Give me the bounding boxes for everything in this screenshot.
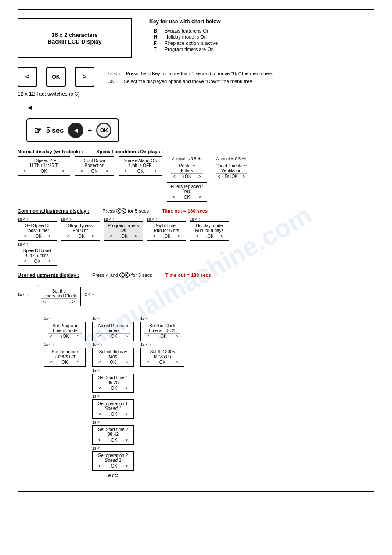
right-switch[interactable]: > bbox=[75, 67, 94, 87]
left-switch[interactable]: < bbox=[18, 67, 37, 87]
holiday-row2: Run for 8 days bbox=[194, 228, 225, 233]
ua-press: Press < and OK for 5 secs bbox=[92, 272, 152, 278]
timers-nav: < ↓OK > bbox=[108, 233, 139, 239]
speed3-box: Set Speed 3 Boost Timer < ↓OK > bbox=[18, 221, 57, 241]
key-table: B Bypass feature is On H Holiday mode is… bbox=[154, 28, 374, 52]
ua-header: User adjustments display : Press < and O… bbox=[18, 272, 374, 278]
key-letter-b: B bbox=[154, 28, 160, 33]
ua-main-nav: < ↑ ↓ > bbox=[41, 298, 77, 305]
ua-tree-diagram: 1s < ↑ ↓ Set the Timers and Clock < ↑ ↓ … bbox=[18, 282, 374, 478]
tact-switches-section: < OK > 1s < ↑ Press the < Key for more t… bbox=[18, 67, 374, 97]
set-program-nav: < ↓OK > bbox=[48, 333, 82, 339]
speed3-sub-row2: On 45 mins bbox=[22, 253, 53, 258]
display-headers: Normal display (with clock) : Special co… bbox=[18, 149, 374, 154]
main-nav: < OK > bbox=[22, 168, 66, 174]
clock-sub-nav: < OK > bbox=[144, 359, 180, 365]
start-time1-nav: < ↓OK > bbox=[96, 385, 130, 391]
ua-main-row2: Timers and Clock bbox=[41, 294, 77, 298]
back-button[interactable]: ◄ bbox=[68, 123, 83, 138]
ok-switch[interactable]: OK bbox=[46, 67, 66, 87]
start-time1-box: Set Start time 1 06:25 < ↓OK > bbox=[92, 374, 134, 393]
set-program-box: Set Program Timers mode < ↓OK > bbox=[44, 322, 86, 341]
start-time2-row1: Set Start time 2 bbox=[96, 427, 130, 432]
night-row1: Night timer bbox=[151, 223, 182, 228]
adjust-row2: Timers bbox=[96, 328, 130, 333]
list-item: F Fireplace option is active bbox=[154, 40, 374, 46]
set-mode-row1: Set the mode bbox=[48, 349, 82, 354]
speed3-nav: < ↓OK > bbox=[22, 233, 53, 239]
adj-item-holiday: 1s < ↑ Holiday mode Run for 8 days < ↓OK… bbox=[190, 217, 229, 241]
key-letter-f: F bbox=[154, 40, 160, 46]
smoke-alarm-box: Smoke Alarm ON Unit is OFF < OK > bbox=[119, 156, 162, 176]
cool-row1: Cool Down bbox=[79, 158, 110, 163]
start-time2-nav: < ↓OK > bbox=[96, 437, 130, 443]
select-day-box: Select the day Mon < OK > bbox=[92, 348, 134, 367]
adjust-nav: < ↓OK > bbox=[96, 333, 130, 339]
op1-row1: Set operation 1 bbox=[96, 401, 130, 406]
check-fireplace-box: Check Fireplace Ventilation < 5s↓OK > bbox=[212, 162, 251, 181]
branch-adjust-timers: 1s < Adjust Program Timers < ↓OK > 1s < … bbox=[92, 316, 134, 478]
user-adjustments-section: User adjustments display : Press < and O… bbox=[18, 272, 374, 478]
common-adj-press: Press OK for 5 secs bbox=[102, 208, 149, 214]
ua-timeout: Time out = 180 secs bbox=[165, 272, 211, 278]
filters-replaced-nav: < OK > bbox=[171, 194, 203, 200]
timers-row1: Program Timers bbox=[108, 223, 139, 228]
key-desc-f: Fireplace option is active bbox=[165, 40, 218, 46]
check-fireplace-group: Alternates 0.5 Hz Check Fireplace Ventil… bbox=[212, 156, 251, 181]
clock-sub-row1: Sat 6.2.2005 bbox=[144, 349, 180, 354]
op1-row2: Speed 1 bbox=[96, 406, 130, 411]
timers-row2: Off bbox=[108, 228, 139, 233]
holiday-row1: Holiday mode bbox=[194, 223, 225, 228]
fireplace-row1: Check Fireplace bbox=[216, 163, 247, 168]
replace-row2: Filters bbox=[171, 168, 203, 173]
clock-sub-box: Sat 6.2.2005 06:25:05 < OK > bbox=[140, 348, 184, 367]
smoke-alarm-content: Smoke Alarm ON Unit is OFF < OK > bbox=[119, 156, 162, 176]
smoke-row2: Unit is OFF bbox=[122, 163, 158, 168]
switches-row: < OK > bbox=[18, 67, 94, 87]
key-title: Key for use with chart below : bbox=[149, 18, 374, 25]
night-nav: < ↓OK > bbox=[151, 233, 182, 239]
list-item: B Bypass feature is On bbox=[154, 28, 374, 33]
common-adj-timeout: Time out = 180 secs bbox=[162, 208, 208, 214]
bypass-box: Stop Bypass For 0 hr < ↓OK > bbox=[61, 221, 100, 241]
night-row2: Run for 6 hrs bbox=[151, 228, 182, 233]
cool-down-content: Cool Down Protection < OK > bbox=[75, 156, 114, 176]
common-adjustments-section: Common adjustments display : Press OK fo… bbox=[18, 208, 374, 266]
select-day-row2: Mon bbox=[96, 354, 130, 359]
select-day-nav: < OK > bbox=[96, 359, 130, 365]
smoke-nav: < OK > bbox=[122, 168, 158, 174]
cool-down-box: Cool Down Protection < OK > bbox=[75, 156, 114, 176]
op2-row1: Set operation 2 bbox=[96, 453, 130, 458]
holiday-box: Holiday mode Run for 8 days < ↓OK > bbox=[190, 221, 229, 241]
tact-label: 12 x 12 Tact switches (x 3) bbox=[18, 91, 374, 97]
list-item: H Holiday mode is On bbox=[154, 34, 374, 40]
operation1-box: Set operation 1 Speed 1 < ↓OK > bbox=[92, 399, 134, 419]
fireplace-nav: < 5s↓OK > bbox=[216, 173, 247, 179]
key-desc-h: Holiday mode is On bbox=[165, 34, 207, 40]
set-clock-box: Set the Clock Time is : 06:25 < ↓OK > bbox=[140, 322, 184, 341]
holiday-nav: < ↓OK > bbox=[194, 233, 225, 239]
branch-clock: 1s < Set the Clock Time is : 06:25 < ↓OK… bbox=[140, 316, 184, 367]
timers-box: Program Timers Off < ↓OK > bbox=[104, 221, 143, 241]
main-row2: H Thu 14:25 T bbox=[22, 163, 66, 168]
key-desc-t: Program timers are On bbox=[165, 47, 214, 52]
set-mode-box: Set the mode Timers Off < OK > bbox=[44, 348, 86, 367]
start-time2-row2: 08:42 bbox=[96, 432, 130, 437]
common-adj-label: Common adjustments display : bbox=[18, 208, 89, 214]
set-program-row2: Timers mode bbox=[48, 328, 82, 333]
top-divider bbox=[18, 9, 374, 10]
main-ua-box: Set the Timers and Clock < ↑ ↓ > bbox=[37, 287, 81, 306]
adj-item-bypass: 1s < ↑ Stop Bypass For 0 hr < ↓OK > bbox=[61, 217, 100, 241]
lcd-display: 16 x 2 characters Backlit LCD Display bbox=[18, 18, 132, 58]
filters-replaced-row2: Yes bbox=[171, 189, 203, 194]
filters-replaced-row1: Filters replaced? bbox=[171, 184, 203, 189]
special-display-header: Special conditions Displays : bbox=[96, 149, 163, 154]
ok-button[interactable]: OK bbox=[96, 123, 111, 138]
finger-instruction-box: ☞ 5 sec ◄ + OK bbox=[26, 118, 119, 142]
bypass-nav: < ↓OK > bbox=[65, 233, 96, 239]
speed3-sub-nav: < OK > bbox=[22, 258, 53, 264]
arrow-info: 1s < ↑ Press the < Key for more than 1 s… bbox=[108, 70, 273, 85]
etc-label: ETC bbox=[108, 473, 118, 478]
list-item: T Program timers are On bbox=[154, 47, 374, 52]
adj-item-speed: 1s < ↑ Set Speed 3 Boost Timer < ↓OK > 1… bbox=[18, 217, 57, 266]
